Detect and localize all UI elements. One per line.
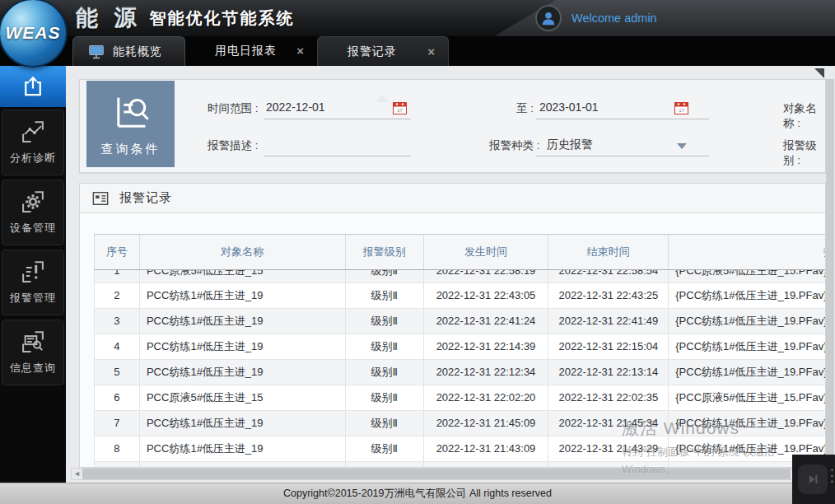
to-date-value[interactable]: 2023-01-01 bbox=[539, 100, 599, 114]
table-cell: 2022-12-31 22:58:54 bbox=[548, 270, 669, 283]
table-cell: {PCC纺练1#低压主进_19.PFav}<0.9 bbox=[669, 360, 826, 385]
tab-label: 能耗概览 bbox=[113, 44, 162, 59]
table-cell: 2022-12-31 22:13:14 bbox=[548, 360, 669, 385]
table-row[interactable]: 1PCC原液5#低压主进_15级别Ⅱ2022-12-31 22:58:19202… bbox=[94, 270, 826, 283]
sidebar-item-label: 分析诊断 bbox=[10, 151, 56, 166]
skip-next-icon bbox=[805, 471, 821, 488]
table-cell: 4 bbox=[95, 334, 140, 359]
table-row[interactable]: 5PCC纺练1#低压主进_19级别Ⅱ2022-12-31 22:12:34202… bbox=[94, 360, 826, 385]
user-avatar-icon[interactable] bbox=[535, 5, 562, 31]
sidebar-item-info-query[interactable]: 信息查询 bbox=[2, 320, 64, 385]
table-cell: 2022-12-31 22:41:49 bbox=[548, 309, 669, 334]
table-cell: 级别Ⅱ bbox=[346, 334, 424, 359]
scroll-left-arrow-icon[interactable]: ◄ bbox=[72, 469, 82, 479]
table-row[interactable]: 8PCC纺练1#低压主进_19级别Ⅱ2022-12-31 21:43:09202… bbox=[94, 436, 826, 462]
table-cell: PCC纺练1#低压主进_19 bbox=[140, 360, 346, 385]
table-cell: PCC纺练1#低压主进_19 bbox=[140, 283, 346, 308]
sidebar-item-label: 报警管理 bbox=[10, 291, 56, 306]
table-cell: 2022-12-31 21:45:09 bbox=[424, 411, 549, 436]
person-icon bbox=[539, 9, 557, 27]
table-cell: 级别Ⅱ bbox=[346, 385, 424, 410]
table-cell: 8 bbox=[95, 436, 140, 461]
copyright-text: Copyright©2015-2019万洲电气有限公司 All rights r… bbox=[283, 488, 552, 499]
export-icon bbox=[21, 74, 45, 99]
column-header: 对象名称 bbox=[140, 235, 346, 269]
records-section-header: 报警记录 bbox=[80, 184, 825, 213]
app-title-secondary: 智能优化节能系统 bbox=[150, 7, 295, 30]
table-cell: 级别Ⅱ bbox=[346, 283, 424, 308]
calendar-icon[interactable]: 17 bbox=[393, 101, 407, 114]
skip-next-button[interactable] bbox=[798, 464, 828, 494]
alarm-type-label: 报警种类 : bbox=[489, 138, 540, 153]
query-conditions-panel: 查询条件 时间范围 : 2022-12-01 17 至 : 2023-01-01… bbox=[79, 79, 826, 173]
table-cell: 2022-12-31 21:43:09 bbox=[424, 436, 549, 461]
sidebar-item-label: 设备管理 bbox=[10, 221, 56, 236]
active-tab-notch bbox=[375, 96, 390, 102]
chevron-down-icon[interactable] bbox=[677, 143, 687, 149]
table-cell: 2022-12-31 22:15:04 bbox=[548, 334, 669, 359]
horizontal-scrollbar[interactable]: ◄ bbox=[71, 468, 830, 480]
close-icon[interactable]: × bbox=[427, 44, 435, 58]
sidebar-item-alarms[interactable]: 报警管理 bbox=[2, 250, 64, 315]
table-cell: 2 bbox=[95, 283, 140, 308]
table-cell: 2022-12-31 22:02:20 bbox=[424, 385, 549, 410]
calendar-icon[interactable]: 17 bbox=[674, 101, 688, 114]
column-header: 报警级别 bbox=[346, 235, 424, 269]
tab-daily-power-report[interactable]: 用电日报表 × bbox=[185, 36, 317, 66]
table-cell: 级别Ⅱ bbox=[346, 360, 424, 385]
vertical-scrollbar[interactable] bbox=[826, 79, 834, 466]
time-range-value[interactable]: 2022-12-01 bbox=[266, 100, 325, 114]
sidebar-item-devices[interactable]: 设备管理 bbox=[2, 180, 64, 245]
table-cell: {PCC纺练1#低压主进_19.PFav}<0.9 bbox=[669, 334, 826, 359]
table-cell: 级别Ⅱ bbox=[346, 411, 424, 436]
table-cell: 2022-12-31 22:58:19 bbox=[424, 270, 549, 283]
table-cell: 6 bbox=[95, 385, 140, 410]
table-cell: PCC纺练1#低压主进_19 bbox=[140, 309, 346, 334]
time-range-underline bbox=[264, 119, 411, 119]
table-cell: 2022-12-31 21:43:29 bbox=[548, 436, 669, 461]
alarm-exclamation-icon bbox=[21, 259, 45, 284]
table-cell: 2022-12-31 22:41:24 bbox=[424, 309, 549, 334]
table-row[interactable]: 6PCC原液5#低压主进_15级别Ⅱ2022-12-31 22:02:20202… bbox=[94, 385, 826, 411]
sidebar-item-label: 信息查询 bbox=[10, 361, 56, 376]
table-row[interactable]: 9PCC原液3#低压主进_17级别Ⅱ2022-12-31 21:39:15202… bbox=[94, 462, 826, 468]
to-label: 至 : bbox=[516, 101, 534, 116]
weas-logo[interactable]: WEAS bbox=[0, 0, 68, 68]
column-header: 结束时间 bbox=[548, 235, 669, 269]
tab-label: 报警记录 bbox=[348, 44, 397, 59]
table-cell: PCC纺练1#低压主进_19 bbox=[140, 334, 346, 359]
welcome-text: Welcome admin bbox=[571, 12, 657, 25]
column-header: 报警条件 bbox=[669, 235, 826, 269]
to-date-underline bbox=[536, 119, 709, 119]
table-cell: {PCC纺练1#低压主进_19.PFav}<0.9 bbox=[669, 309, 826, 334]
horizontal-scroll-thumb[interactable] bbox=[82, 469, 791, 479]
table-cell: {PCC原液5#低压主进_15.PFav}<0.9 bbox=[669, 270, 826, 283]
user-welcome[interactable]: Welcome admin bbox=[535, 3, 657, 33]
alarm-level-label: 报警级别 : bbox=[783, 138, 825, 168]
sidebar-item-analysis[interactable]: 分析诊断 bbox=[2, 110, 64, 175]
tab-energy-overview[interactable]: 能耗概览 bbox=[72, 36, 185, 66]
table-row[interactable]: 4PCC纺练1#低压主进_19级别Ⅱ2022-12-31 22:14:39202… bbox=[94, 334, 826, 360]
tab-bar: 能耗概览 用电日报表 × 报警记录 × bbox=[0, 36, 835, 66]
table-row[interactable]: 3PCC纺练1#低压主进_19级别Ⅱ2022-12-31 22:41:24202… bbox=[94, 309, 826, 334]
close-icon[interactable]: × bbox=[296, 44, 304, 58]
table-cell: 1 bbox=[95, 270, 140, 283]
table-cell: 7 bbox=[95, 411, 140, 436]
sidebar: 分析诊断 设备管理 报警管理 bbox=[0, 66, 66, 504]
sidebar-item-home[interactable] bbox=[0, 66, 66, 107]
table-cell: 级别Ⅱ bbox=[346, 462, 424, 468]
alarm-table-header: 序号对象名称报警级别发生时间结束时间报警条件 bbox=[94, 234, 826, 270]
table-cell: {PCC原液5#低压主进_15.PFav}<0.9 bbox=[669, 385, 826, 410]
query-panel-title: 查询条件 bbox=[101, 142, 161, 157]
table-cell: 2022-12-31 22:43:05 bbox=[424, 283, 549, 308]
table-cell: 2022-12-31 21:45:34 bbox=[548, 411, 669, 436]
app-title-primary: 能 源 bbox=[76, 3, 142, 33]
svg-text:17: 17 bbox=[397, 108, 403, 113]
table-row[interactable]: 7PCC纺练1#低压主进_19级别Ⅱ2022-12-31 21:45:09202… bbox=[94, 411, 826, 436]
table-cell: 2022-12-31 22:12:34 bbox=[424, 360, 549, 385]
alarm-type-select[interactable]: 历史报警 bbox=[547, 138, 593, 152]
tab-alarm-records[interactable]: 报警记录 × bbox=[317, 36, 449, 66]
table-cell: 2022-12-31 22:43:25 bbox=[548, 283, 669, 308]
table-row[interactable]: 2PCC纺练1#低压主进_19级别Ⅱ2022-12-31 22:43:05202… bbox=[94, 283, 826, 309]
column-header: 序号 bbox=[95, 235, 140, 269]
